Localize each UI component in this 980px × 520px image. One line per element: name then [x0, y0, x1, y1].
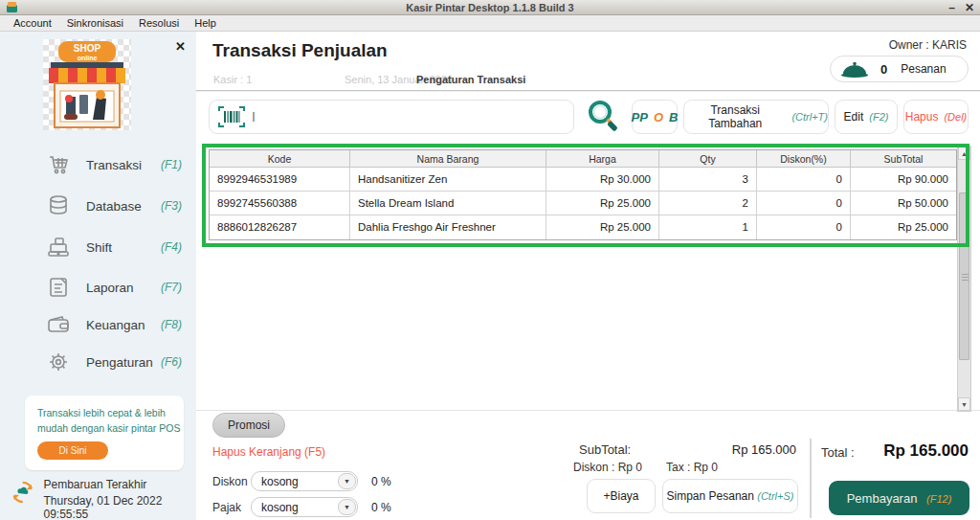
sidebar-item-shortcut: (F3) — [161, 199, 182, 213]
transaksi-tambahan-shortcut: (Ctrl+T) — [791, 111, 828, 123]
minimize-button[interactable]: – — [948, 1, 955, 14]
sidebar-item-database[interactable]: Database (F3) — [0, 192, 196, 220]
sidebar-item-transaksi[interactable]: Transaksi (F1) — [0, 150, 196, 179]
table-row[interactable]: 8886012826287 Dahlia Freshgo Air Freshne… — [210, 215, 956, 239]
sidebar-item-shortcut: (F7) — [161, 281, 182, 294]
page-title: Transaksi Penjualan — [212, 40, 388, 61]
sidebar-item-shortcut: (F8) — [161, 318, 182, 331]
menu-help[interactable]: Help — [187, 17, 224, 29]
tax-rp: Tax : Rp 0 — [666, 461, 718, 474]
edit-shortcut: (F2) — [869, 111, 888, 123]
cart-icon — [46, 152, 71, 177]
report-icon — [46, 275, 71, 300]
sidebar-item-shortcut: (F6) — [161, 355, 182, 369]
sidebar-item-label: Keuangan — [86, 318, 161, 332]
col-harga: Harga — [546, 150, 659, 168]
promo-text-line1: Transaksi lebih cepat & lebih — [37, 405, 184, 420]
database-icon — [46, 193, 71, 218]
sidebar-item-shortcut: (F4) — [161, 240, 182, 254]
cloche-icon — [838, 58, 871, 79]
sidebar: ✕ SHOP online — [0, 32, 196, 520]
hapus-keranjang-link[interactable]: Hapus Keranjang (F5) — [212, 445, 325, 459]
table-row[interactable]: 8992745560388 Stella Dream Island Rp 25.… — [210, 192, 956, 215]
sidebar-item-laporan[interactable]: Laporan (F7) — [0, 273, 196, 302]
total-value: Rp 165.000 — [883, 441, 969, 461]
chevron-down-icon: ▼ — [338, 499, 356, 515]
cart-items-table: Kode Nama Barang Harga Qty Diskon(%) Sub… — [209, 149, 957, 240]
ppob-button[interactable]: PPOB — [632, 100, 678, 134]
pesanan-label: Pesanan — [901, 62, 946, 76]
col-diskon: Diskon(%) — [757, 150, 851, 168]
scrollbar-thumb[interactable] — [959, 192, 969, 360]
simpan-shortcut: (Ctrl+S) — [757, 490, 793, 502]
pembayaran-button[interactable]: Pembayaran (F12) — [829, 481, 969, 515]
svg-text:SHOP: SHOP — [74, 43, 101, 54]
search-button[interactable] — [582, 97, 624, 137]
close-button[interactable]: ✕ — [965, 1, 974, 14]
totals-divider — [810, 439, 812, 518]
update-timestamp: Thursday, 01 Dec 2022 09:55:55 — [44, 494, 196, 520]
hapus-shortcut: (Del) — [944, 111, 967, 123]
pembayaran-shortcut: (F12) — [926, 493, 951, 505]
sidebar-item-shortcut: (F1) — [161, 158, 182, 171]
ppob-label: PP — [632, 110, 648, 124]
wallet-icon — [46, 312, 71, 337]
gear-icon — [46, 350, 71, 374]
sidebar-item-keuangan[interactable]: Keuangan (F8) — [0, 310, 196, 339]
main-content: Transaksi Penjualan Kasir : 1 Senin, 13 … — [196, 32, 980, 520]
simpan-pesanan-button[interactable]: Simpan Pesanan (Ctrl+S) — [662, 479, 798, 513]
sync-icon — [10, 478, 36, 507]
sidebar-close-icon[interactable]: ✕ — [175, 39, 186, 54]
col-subtotal: SubTotal — [851, 150, 956, 168]
sidebar-item-shift[interactable]: Shift (F4) — [0, 233, 196, 261]
chevron-down-icon: ▼ — [338, 473, 356, 489]
promosi-button[interactable]: Promosi — [212, 413, 285, 438]
scroll-down-icon[interactable]: ▼ — [958, 397, 970, 411]
pajak-row: Pajak kosong ▼ 0 % — [212, 497, 391, 517]
barcode-search-box[interactable]: I — [209, 100, 574, 134]
header-divider — [196, 90, 980, 92]
sidebar-item-pengaturan[interactable]: Pengaturan (F6) — [0, 348, 196, 376]
subtotal-label: SubTotal: — [579, 442, 631, 457]
pajak-percent: 0 % — [371, 501, 391, 514]
diskon-select[interactable]: kosong ▼ — [251, 471, 358, 491]
transaksi-tambahan-button[interactable]: Transaksi Tambahan (Ctrl+T) — [683, 100, 829, 134]
edit-label: Edit — [844, 110, 864, 124]
transaksi-tambahan-label: Transaksi Tambahan — [684, 103, 786, 130]
subtotal-value: Rp 165.000 — [732, 442, 796, 457]
svg-text:online: online — [78, 55, 98, 61]
scroll-up-icon[interactable]: ▲ — [958, 147, 970, 160]
hapus-button[interactable]: Hapus (Del) — [903, 100, 969, 134]
sidebar-item-label: Pengaturan — [86, 355, 161, 370]
promo-text-line2: mudah dengan kasir pintar POS — [37, 420, 184, 436]
barcode-search-input[interactable] — [256, 101, 573, 133]
total-label: Total : — [821, 445, 855, 460]
pesanan-button[interactable]: 0 Pesanan — [830, 56, 969, 82]
menu-sinkronisasi[interactable]: Sinkronisasi — [59, 17, 131, 29]
table-header-row: Kode Nama Barang Harga Qty Diskon(%) Sub… — [210, 150, 956, 168]
diskon-rp: Diskon : Rp 0 — [573, 461, 642, 474]
col-qty: Qty — [659, 150, 757, 168]
table-row[interactable]: 8992946531989 Handsanitizer Zen Rp 30.00… — [210, 168, 956, 192]
sidebar-item-label: Laporan — [86, 281, 161, 295]
pajak-select[interactable]: kosong ▼ — [251, 497, 358, 517]
pajak-label: Pajak — [212, 501, 251, 514]
sidebar-item-label: Database — [86, 199, 161, 214]
menu-resolusi[interactable]: Resolusi — [131, 17, 187, 29]
window-title: Kasir Pintar Desktop 1.1.8 Build 3 — [0, 2, 980, 13]
biaya-button[interactable]: +Biaya — [587, 479, 656, 513]
di-sini-button[interactable]: Di Sini — [37, 441, 108, 460]
menubar: Account Sinkronisasi Resolusi Help — [0, 15, 980, 32]
pengaturan-transaksi-link[interactable]: Pengaturan Transaksi — [416, 74, 525, 85]
promo-card: Transaksi lebih cepat & lebih mudah deng… — [25, 396, 184, 470]
update-title: Pembaruan Terakhir — [44, 478, 196, 491]
menu-account[interactable]: Account — [6, 17, 59, 29]
pesanan-count: 0 — [880, 62, 887, 77]
diskon-selected-value: kosong — [261, 475, 299, 488]
table-scrollbar[interactable]: ▲ ▼ — [957, 146, 971, 412]
window-titlebar: Kasir Pintar Desktop 1.1.8 Build 3 – ✕ — [0, 0, 980, 15]
sidebar-item-label: Shift — [86, 240, 161, 255]
edit-button[interactable]: Edit (F2) — [835, 100, 898, 134]
last-update: Pembaruan Terakhir Thursday, 01 Dec 2022… — [10, 478, 196, 520]
diskon-label: Diskon — [212, 475, 251, 488]
